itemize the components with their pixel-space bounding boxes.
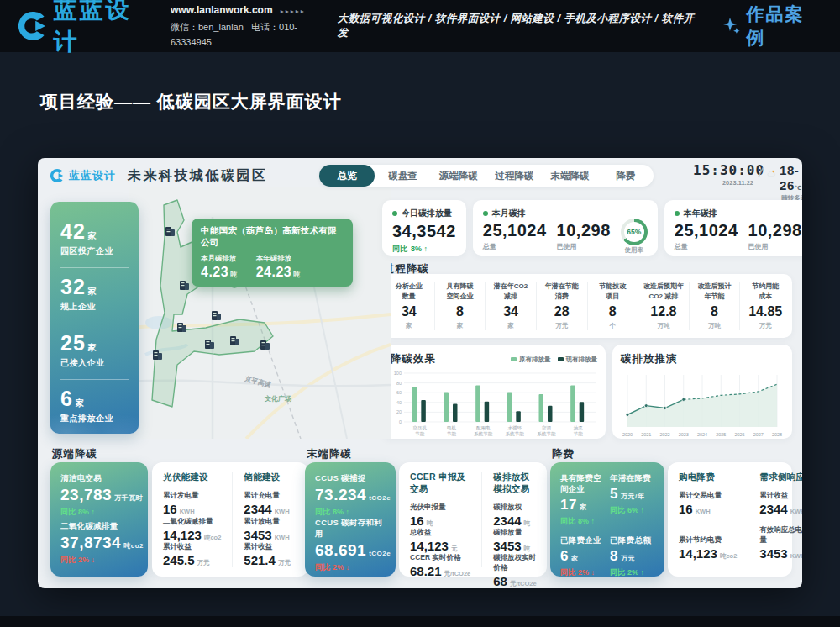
legend-original: 原有排放量 [511,356,551,364]
tab-bar: 总览 碳盘查 源端降碳 过程降碳 末端降碳 降费 [319,165,654,187]
company-name: 中能国宏（葫芦岛）高新技术有限公司 [201,225,344,249]
green-dot-icon [675,211,680,216]
svg-text:80: 80 [396,381,402,386]
fee-section-title: 降费 [552,447,575,461]
stat-key-emitters: 6家 重点排放企业 [60,379,129,424]
pv-construction-col: 光伏能建设 累计发电量16KWH 二氧化碳减排量14,123吨co2 累计收益2… [152,472,232,567]
dashboard-screenshot: 龙腾世纪 文化广场 京平高速 文化广场 中能国宏（葫芦岛）高新技术有限公司 本月… [38,158,802,588]
svg-text:60: 60 [396,390,402,395]
year-emission-card: 本年碳排 25,1024总量 10,298已使用 65% 使用率 [664,200,802,256]
site-header: 蓝蓝设计 www.lanlanwork.com ▸▸▸▸▸ 微信：ben_lan… [0,0,840,52]
site-contact: www.lanlanwork.com ▸▸▸▸▸ 微信：ben_lanlan 电… [171,2,338,50]
legend-swatch-dark [558,357,564,361]
stat-invested-enterprises: 42家 园区投产企业 [60,213,129,257]
svg-text:2020: 2020 [622,432,633,437]
svg-text:2021: 2021 [641,432,651,437]
reduced-enterprises-stat: 已降费企业 6家 同比2% ↓ [560,535,605,578]
svg-text:2027: 2027 [753,432,764,437]
fee-detail-card: 购电降费 累计交易电量16KWH 累计节约电费14,123吨co2 需求侧响应 … [668,462,792,577]
process-stat: 潜在年CO2减排34家 [485,282,536,329]
tab-terminal-reduction[interactable]: 末端降碳 [542,165,597,187]
svg-text:2024: 2024 [697,432,707,437]
lanlan-logo-icon [17,10,49,42]
tab-carbon-audit[interactable]: 碳盘查 [375,165,430,187]
terminal-detail-card: CCER 申报及交易 光伏申报量16吨 总收益14,123元 CCER 实时价格… [399,462,547,577]
svg-text:2022: 2022 [659,432,669,437]
page-title: 项目经验—— 低碳园区大屏界面设计 [40,90,342,113]
source-section-title: 源端降碳 [52,447,97,461]
purchase-fee-col: 购电降费 累计交易电量16KWH 累计节约电费14,123吨co2 [668,472,748,567]
tab-overview[interactable]: 总览 [319,165,375,187]
svg-text:0: 0 [399,419,402,424]
process-stat: 具有降碳空间企业8家 [434,282,486,329]
bottom-strip [0,616,840,627]
dashboard-brand: 蓝蓝设计 [69,168,116,183]
process-stat: 分析企业数量34家 [384,282,434,329]
bar-chart: 020406080100空压机节能电机节能配用电系统节能水循环系统节能空调系统节… [391,370,597,439]
effect-chart-legend: 原有排放量 现有排放量 [511,356,597,364]
green-dot-icon [483,211,488,216]
tab-source-reduction[interactable]: 源端降碳 [431,165,486,187]
process-stat: 年潜在节能消费28万元 [536,282,587,329]
today-emission-card: 今日碳排放量 34,3542 同比8% ↑ [382,200,466,256]
co2-reduction-stat: 二氧化碳减排量 37,8734吨co2 同比2% ↓ [60,521,138,566]
potential-fee-stat: 年潜在降费 5万元/年 同比6% ↑ [610,473,654,527]
process-stat: 改造后预期年CO2 减排12.8万吨 [638,282,689,329]
month-usage-donut: 65% 使用率 [621,219,648,255]
svg-text:2025: 2025 [716,432,726,437]
dashboard-title: 未来科技城低碳园区 [128,167,268,185]
today-yoy: 同比8% ↑ [392,244,456,255]
svg-text:节能: 节能 [447,431,457,437]
svg-text:2026: 2026 [734,432,744,437]
ccer-trade-col: CCER 申报及交易 光伏申报量16吨 总收益14,123元 CCER 实时价格… [399,472,481,567]
svg-text:系统节能: 系统节能 [474,431,493,437]
portfolio-label: 作品案例 [747,3,823,50]
portfolio-button[interactable]: 作品案例 [722,3,823,50]
map-label-plaza2: 文化广场 [265,395,291,403]
process-stat: 节约用能成本14.85万元 [739,282,790,329]
site-logo-text: 蓝蓝设计 [54,0,157,58]
ccus-storage-stat: CCUS 碳封存和利用 68.691tCO2e 同比2% ↓ [315,518,386,573]
green-dot-icon [392,211,397,216]
svg-text:40: 40 [396,400,402,405]
svg-text:系统节能: 系统节能 [538,431,557,437]
emission-projection-chart-card: 碳排放推演 2020202120222023202420252026202720… [612,345,792,439]
process-stats-card: 分析企业数量34家 具有降碳空间企业8家 潜在年CO2减排34家 年潜在节能消费… [382,274,792,338]
arrows-decor: ▸▸▸▸▸ [281,8,306,15]
stat-above-scale-enterprises: 32家 规上企业 [60,267,129,313]
svg-text:节能: 节能 [415,431,425,437]
svg-text:节能: 节能 [574,431,584,437]
ccus-capture-stat: CCUS 碳捕捉 73.234tCO2e 同比8% ↑ [315,473,386,518]
park-stats-sidebar: 42家 园区投产企业 32家 规上企业 25家 已接入企业 6家 重点排放企业 [50,202,139,434]
website-link[interactable]: www.lanlanwork.com [171,4,273,16]
company-tooltip: 中能国宏（葫芦岛）高新技术有限公司 本月碳排放 4.23吨 本年碳排放 24.2… [192,219,353,287]
svg-text:100: 100 [394,371,402,376]
tab-process-reduction[interactable]: 过程降碳 [486,165,542,187]
today-emission-value: 34,3542 [392,222,456,241]
svg-text:系统节能: 系统节能 [506,431,525,437]
svg-text:2028: 2028 [772,432,782,437]
effect-chart-title: 降碳效果 [391,352,436,366]
terminal-section-title: 末端降碳 [307,447,352,461]
legend-current: 现有排放量 [558,356,598,364]
legend-swatch-light [511,357,517,361]
month-emission-card: 本月碳排 25,1024总量 10,298已使用 65% 使用率 [473,200,658,256]
process-stat: 节能技改项目8个 [587,282,638,329]
svg-text:20: 20 [396,409,402,414]
storage-construction-col: 储能建设 累计充电量2344KWH 累计放电量3453KWH 累计收益521.4… [232,472,308,567]
fee-gradient-card: 具有降费空间企业 17家 同比8% ↑ 年潜在降费 5万元/年 同比6% ↑ 已… [550,462,664,577]
reduced-total-stat: 已降费总额 8万元 同比2% ↑ [610,535,654,578]
source-detail-card: 光伏能建设 累计发电量16KWH 二氧化碳减排量14,123吨co2 累计收益2… [152,462,308,577]
tab-fee-reduction[interactable]: 降费 [598,165,654,187]
tooltip-month-stat: 本月碳排放 4.23吨 [201,254,238,280]
tooltip-year-stat: 本年碳排放 24.23吨 [256,254,301,280]
fee-space-stat: 具有降费空间企业 17家 同比8% ↑ [560,473,605,527]
line-chart: 202020212022202320242025202620272028 [621,370,784,439]
terminal-gradient-card: CCUS 碳捕捉 73.234tCO2e 同比8% ↑ CCUS 碳封存和利用 … [305,462,396,577]
source-gradient-card: 清洁电交易 23,783万千瓦时 同比8% ↑ 二氧化碳减排量 37,8734吨… [50,462,148,577]
svg-text:2023: 2023 [679,432,689,437]
services-list: 大数据可视化设计 / 软件界面设计 / 网站建设 / 手机及小程序设计 / 软件… [338,12,703,40]
clean-power-stat: 清洁电交易 23,783万千瓦时 同比8% ↑ [60,473,138,518]
dashboard-logo-icon [50,168,65,183]
process-stat: 改造后预计年节能8万吨 [689,282,740,329]
